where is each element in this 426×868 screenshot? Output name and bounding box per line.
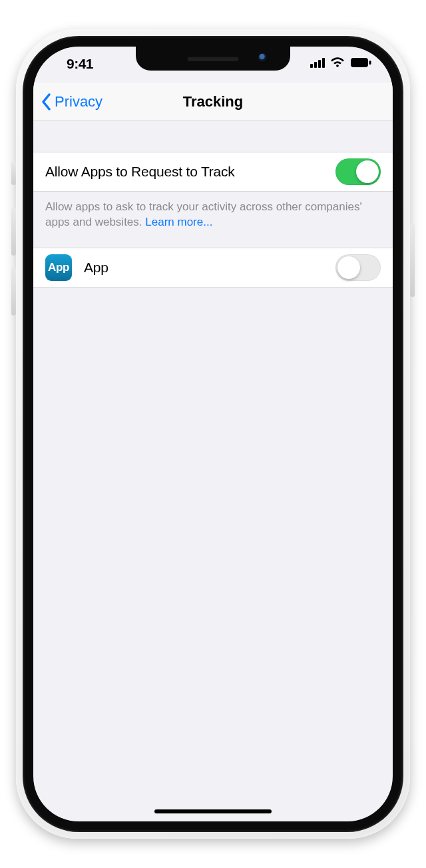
front-camera [258,53,268,63]
app-icon: App [45,254,72,281]
chevron-left-icon [41,93,52,110]
svg-rect-1 [369,61,371,65]
svg-rect-0 [351,58,368,67]
navigation-bar: Privacy Tracking [33,83,393,121]
back-button[interactable]: Privacy [41,83,103,120]
home-indicator[interactable] [154,809,272,813]
earpiece-speaker [187,56,239,61]
learn-more-link[interactable]: Learn more... [145,216,212,228]
page-title: Tracking [183,93,243,110]
phone-frame: 9:41 [16,29,410,839]
volume-up-button [11,208,16,256]
battery-icon [350,57,371,68]
volume-down-button [11,268,16,316]
notch [136,47,290,71]
phone-screen: 9:41 [33,47,393,821]
allow-tracking-row: Allow Apps to Request to Track [33,152,393,192]
allow-tracking-toggle[interactable] [335,158,381,185]
cellular-signal-icon [310,58,325,68]
wifi-icon [330,57,345,68]
ring-switch [11,161,16,185]
side-button [410,224,415,297]
tracking-footer: Allow apps to ask to track your activity… [33,192,393,230]
app-tracking-toggle[interactable] [335,254,381,281]
app-name-label: App [84,260,108,276]
app-row: AppApp [33,248,393,288]
back-label: Privacy [55,93,103,110]
status-time: 9:41 [67,56,93,72]
allow-tracking-label: Allow Apps to Request to Track [45,164,235,180]
